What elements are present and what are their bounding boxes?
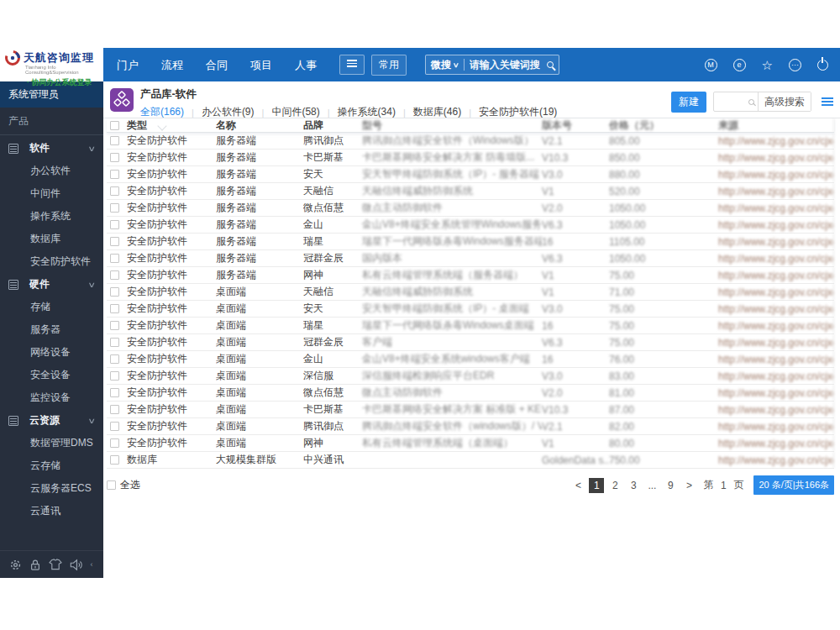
page-2[interactable]: 2 [607,478,622,493]
row-checkbox[interactable] [110,405,119,414]
nav-item-项目[interactable]: 项目 [250,59,272,71]
table-row[interactable]: 安全防护软件桌面端安天安天智甲终端防御系统（IP）- 桌面端V3.075.00h… [107,301,834,318]
nav-more-menu-button[interactable] [339,55,365,75]
page-prev[interactable]: < [570,478,585,493]
nav-item-合同[interactable]: 合同 [206,59,228,71]
row-checkbox[interactable] [110,304,119,313]
row-checkbox[interactable] [110,220,119,229]
row-checkbox[interactable] [110,321,119,330]
table-row[interactable]: 安全防护软件服务器端天融信天融信终端威胁防御系统V1520.00http://w… [107,183,834,200]
settings-gear-icon[interactable] [9,559,22,571]
table-row[interactable]: 安全防护软件服务器端微点佰慧微点主动防御软件V2.01050.00http://… [107,200,834,217]
sidebar-section-软件[interactable]: 软件∨ [0,137,103,160]
page-1[interactable]: 1 [589,478,604,493]
table-row[interactable]: 安全防护软件服务器端冠群金辰国内版本V6.31050.00http://www.… [107,250,834,267]
row-checkbox[interactable] [110,203,119,213]
tab-操作系统(34)[interactable]: 操作系统(34) [338,105,396,119]
m-circle-icon[interactable]: M [705,59,717,71]
sound-speaker-icon[interactable] [70,559,83,571]
theme-shirt-icon[interactable] [49,559,62,570]
sidebar-item-办公软件[interactable]: 办公软件 [0,160,103,182]
advanced-search-button[interactable]: 高级搜索 [758,92,811,111]
global-search-input[interactable] [470,59,547,71]
search-icon[interactable] [547,61,554,68]
page-9[interactable]: 9 [663,478,678,493]
lock-icon[interactable] [29,559,41,571]
sidebar-item-网络设备[interactable]: 网络设备 [0,341,103,364]
nav-item-流程[interactable]: 流程 [161,59,183,71]
sidebar-module-product[interactable]: 产品 [0,108,103,134]
sidebar-item-操作系统[interactable]: 操作系统 [0,205,103,228]
sidebar-item-安全设备[interactable]: 安全设备 [0,364,103,386]
row-checkbox[interactable] [110,170,119,179]
row-checkbox[interactable] [110,438,119,448]
favorites-star-icon[interactable]: ☆ [762,59,773,71]
page-3[interactable]: 3 [626,478,641,493]
row-checkbox[interactable] [110,354,119,364]
row-checkbox[interactable] [110,254,119,263]
sidebar-item-中间件[interactable]: 中间件 [0,182,103,205]
system-login-link[interactable]: · 协同办公系统登录 [27,77,103,88]
sidebar-item-监控设备[interactable]: 监控设备 [0,386,103,409]
table-row[interactable]: 安全防护软件桌面端深信服深信服终端检测响应平台EDRV3.083.00http:… [107,368,834,385]
sidebar-item-存储[interactable]: 存储 [0,296,103,318]
search-engine-selector[interactable]: 微搜∨ [431,58,459,72]
table-row[interactable]: 安全防护软件桌面端卡巴斯基卡巴斯基网络安全解决方案 标准版 + KES...V1… [107,402,834,418]
new-button[interactable]: 新建 [671,92,706,113]
page-indicator-number[interactable]: 1 [717,480,730,491]
row-checkbox[interactable] [110,338,119,347]
row-checkbox[interactable] [110,371,119,381]
nav-common-button[interactable]: 常用 [371,55,407,76]
table-row[interactable]: 安全防护软件桌面端瑞星瑞星下一代网络版杀毒Windows桌面端1675.00ht… [107,318,834,334]
e-circle-icon[interactable]: e [733,59,746,71]
row-checkbox[interactable] [110,455,119,465]
row-checkbox[interactable] [110,153,119,162]
row-checkbox[interactable] [110,422,119,431]
power-logout-icon[interactable] [817,60,828,71]
row-checkbox[interactable] [110,237,119,246]
sidebar-item-云服务器ECS[interactable]: 云服务器ECS [0,477,103,500]
table-row[interactable]: 安全防护软件服务器端网神私有云终端管理系统端（服务器端）V175.00http:… [107,267,834,284]
more-dots-icon[interactable]: ··· [789,59,801,71]
nav-item-人事[interactable]: 人事 [295,59,317,71]
sidebar-section-硬件[interactable]: 硬件∨ [0,273,103,296]
nav-item-门户[interactable]: 门户 [117,59,139,71]
table-row[interactable]: 安全防护软件服务器端腾讯御点腾讯御点终端安全软件（Windows版）V2.180… [107,133,834,150]
sidebar-item-数据库[interactable]: 数据库 [0,228,103,250]
sidebar-item-数据管理DMS[interactable]: 数据管理DMS [0,432,103,454]
tab-中间件(58)[interactable]: 中间件(58) [271,105,319,119]
row-checkbox[interactable] [110,186,119,196]
list-view-icon[interactable] [822,96,833,108]
select-all[interactable]: 全选 [107,478,140,492]
tab-数据库(46)[interactable]: 数据库(46) [413,105,461,119]
page-next[interactable]: > [681,478,696,493]
sidebar-section-云资源[interactable]: 云资源∨ [0,409,103,432]
table-row[interactable]: 安全防护软件服务器端安天安天智甲终端防御系统（IP）- 服务器端V3.0880.… [107,166,834,183]
tab-全部(166)[interactable]: 全部(166) [140,105,184,119]
row-checkbox[interactable] [110,136,119,145]
table-row[interactable]: 数据库大规模集群版中兴通讯GoldenData s...750.00http:/… [107,452,834,469]
row-checkbox[interactable] [110,270,119,280]
select-all-checkbox[interactable] [107,480,116,490]
sidebar-item-云通讯[interactable]: 云通讯 [0,500,103,522]
table-row[interactable]: 安全防护软件桌面端天融信天融信终端威胁防御系统V171.00http://www… [107,284,834,301]
table-row[interactable]: 安全防护软件桌面端腾讯御点腾讯御点终端安全软件（windows版）/ V2.1V… [107,418,834,435]
header-checkbox[interactable] [110,121,119,130]
sidebar-item-服务器[interactable]: 服务器 [0,318,103,341]
table-row[interactable]: 安全防护软件服务器端金山金山V8+终端安全系统管理Windows服务器V6.31… [107,217,834,234]
page-size-badge[interactable]: 20 条/页|共166条 [753,475,834,495]
sidebar-item-云存储[interactable]: 云存储 [0,454,103,477]
table-row[interactable]: 安全防护软件桌面端冠群金辰客户端V6.375.00http://www.zjcg… [107,334,834,351]
table-row[interactable]: 安全防护软件服务器端卡巴斯基卡巴斯基网络安全解决方案 防毒墙版...V10.38… [107,150,834,166]
sidebar-item-安全防护软件[interactable]: 安全防护软件 [0,250,103,273]
row-checkbox[interactable] [110,388,119,397]
table-row[interactable]: 安全防护软件桌面端网神私有云终端管理系统端（桌面端）V180.00http://… [107,435,834,452]
table-row[interactable]: 安全防护软件桌面端微点佰慧微点主动防御软件V2.081.00http://www… [107,385,834,402]
sidebar-collapse-icon[interactable]: ‹ [91,560,93,569]
table-search-input[interactable] [714,92,758,111]
row-checkbox[interactable] [110,287,119,297]
table-row[interactable]: 安全防护软件服务器端瑞星瑞星下一代网络版杀毒Windows服务器端161105.… [107,234,834,250]
tab-办公软件(9)[interactable]: 办公软件(9) [202,105,255,119]
tab-安全防护软件(19)[interactable]: 安全防护软件(19) [479,105,557,119]
table-row[interactable]: 安全防护软件桌面端金山金山V8+终端安全系统windows客户端1676.00h… [107,351,834,368]
